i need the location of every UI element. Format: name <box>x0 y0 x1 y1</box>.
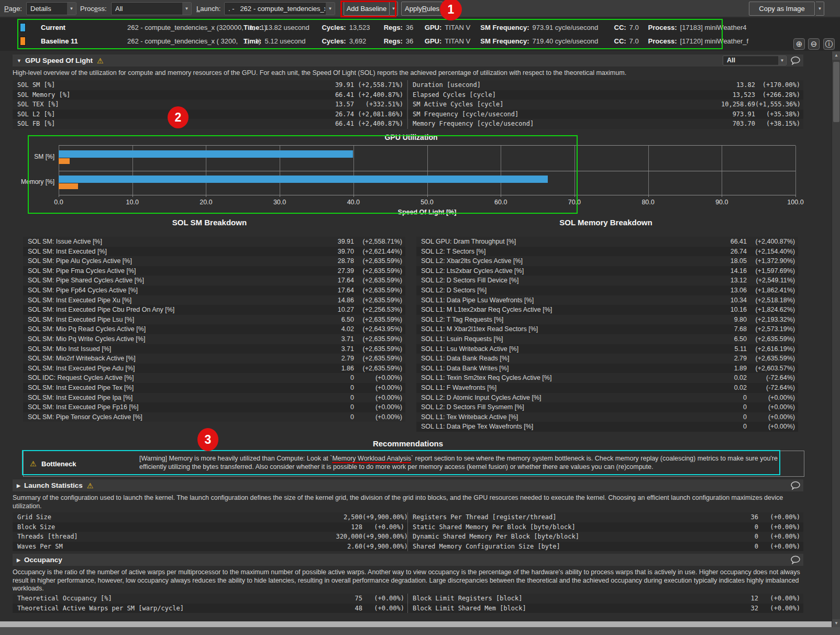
metric-delta: (+2,400.87%) <box>354 90 406 100</box>
metric-delta: (+1,372.90%) <box>747 256 798 266</box>
zoom-out-icon[interactable]: ⊖ <box>808 38 820 50</box>
baseline-name: Baseline 11 <box>41 37 127 45</box>
add-baseline-dropdown[interactable]: ▼ <box>390 2 398 16</box>
table-row: SOL L2: D Sectors Fill Sysmem [%]0(+0.00… <box>416 402 798 412</box>
metric-value: 0 <box>323 393 354 403</box>
chart-tick-label: 100.0 <box>787 199 803 206</box>
metric-name: SOL L1: Data Bank Writes [%] <box>416 364 715 374</box>
metric-value: 1.86 <box>323 364 354 374</box>
comment-bubble-icon[interactable] <box>790 555 801 564</box>
chevron-down-icon: ▼ <box>67 3 76 15</box>
chevron-down-icon: ▼ <box>778 56 786 65</box>
info-icon[interactable]: ⓘ <box>823 38 835 50</box>
metric-value: 7.68 <box>715 324 747 334</box>
baseline-field-value: TITAN V <box>445 37 475 45</box>
table-row: Memory Frequency [cycle/usecond]703.70(+… <box>408 119 803 129</box>
sol-filter-select[interactable]: All▼ <box>723 56 787 65</box>
table-row: Registers Per Thread [register/thread]36… <box>408 512 803 522</box>
table-row: SM Active Cycles [cycle]10,258.69(+1,555… <box>408 100 803 110</box>
section-header-gpu-speed-of-light[interactable]: ▼ GPU Speed Of Light ⚠ All▼ <box>13 54 803 67</box>
chevron-down-icon: ▼ <box>818 6 822 11</box>
metric-delta: (+2,635.59%) <box>354 344 405 354</box>
chart-gridline <box>795 146 796 195</box>
table-row: SOL SM: Inst Executed Pipe Xu [%]14.86(+… <box>23 295 405 305</box>
chart-tick-mark <box>648 195 649 197</box>
launch-label: Launch: <box>196 5 220 13</box>
metric-name: Waves Per SM <box>13 542 310 552</box>
baseline-field-value: [17183] miniWeather4 <box>680 24 747 31</box>
chevron-collapsed-icon: ▶ <box>17 483 20 488</box>
baseline-field: Cycles:3,692 <box>322 37 378 45</box>
metric-name: Theoretical Active Warps per SM [warp/cy… <box>13 604 310 614</box>
annotation-badge-3: 3 <box>197 428 218 451</box>
baseline-field: CC:7.0 <box>614 24 643 31</box>
copy-as-image-dropdown[interactable]: ▼ <box>816 2 824 16</box>
baseline-field-label: Regs: <box>384 24 403 31</box>
metric-value: 66.41 <box>715 237 747 247</box>
table-row: Theoretical Occupancy [%]75(+0.00%) <box>13 594 407 604</box>
vertical-scrollbar[interactable]: ▲ ▼ <box>832 51 840 628</box>
launch-select[interactable]: . - 262 - compute_tendencies_x▼ <box>224 2 335 15</box>
metric-name: Dynamic Shared Memory Per Block [byte/bl… <box>408 532 716 542</box>
metric-delta: (+2,635.59%) <box>354 315 405 325</box>
baseline-field-label: Process: <box>648 37 677 45</box>
metric-delta: (+0.00%) <box>747 412 798 422</box>
scroll-up-icon[interactable]: ▲ <box>832 51 840 60</box>
metric-name: SOL SM: Inst Executed Pipe Adu [%] <box>23 364 323 374</box>
chart-tick-label: 80.0 <box>642 199 654 206</box>
metric-value: 18.05 <box>715 256 747 266</box>
table-row: SOL L1: Tex Writeback Active [%]0(+0.00%… <box>416 412 798 422</box>
comment-bubble-icon[interactable] <box>790 56 801 65</box>
metric-value: 2.60 <box>310 542 362 552</box>
launch-table-left: Grid Size2,500(+9,900.00%)Block Size128(… <box>13 512 407 551</box>
table-row: SOL L2: Lts2xbar Cycles Active [%]14.16(… <box>416 266 798 276</box>
zoom-in-icon[interactable]: ⊕ <box>793 38 805 50</box>
sol-table-left: SOL SM [%]39.91(+2,558.71%)SOL Memory [%… <box>13 80 406 129</box>
sol-sm-breakdown-title: SOL SM Breakdown <box>13 218 406 227</box>
section-header-occupancy[interactable]: ▶ Occupancy <box>13 554 803 566</box>
table-row: Threads [thread]320,000(+9,900.00%) <box>13 532 407 542</box>
chart-tick-label: 60.0 <box>494 199 507 206</box>
bar-baseline-0 <box>59 158 70 164</box>
metric-delta: (+0.00%) <box>354 393 405 403</box>
metric-delta: (+0.00%) <box>354 373 405 383</box>
baseline-field-label: Cycles: <box>322 37 346 45</box>
add-baseline-button[interactable]: Add Baseline <box>344 2 390 16</box>
scroll-down-icon[interactable]: ▼ <box>832 619 840 628</box>
scrollbar-thumb[interactable] <box>833 62 839 122</box>
baseline-field-value: 5.12 usecond <box>264 37 316 45</box>
baseline-field: Regs:36 <box>384 37 419 45</box>
metric-name: SOL L1: Lsuin Requests [%] <box>416 334 715 344</box>
bottleneck-recommendation: ⚠ Bottleneck [Warning] Memory is more he… <box>23 451 804 477</box>
table-row: Block Size128(+0.00%) <box>13 522 407 532</box>
metric-name: SOL SM: Pipe Tensor Cycles Active [%] <box>23 412 323 422</box>
apply-rules-button[interactable]: Apply Rules <box>401 2 443 16</box>
metric-delta: (+2,635.59%) <box>747 354 798 364</box>
metric-value: 13.06 <box>715 286 747 295</box>
metric-name: Block Limit Registers [block] <box>408 594 716 604</box>
metric-delta: (+0.00%) <box>362 594 407 604</box>
table-row: SOL SM: Mio2rf Writeback Active [%]2.79(… <box>23 354 405 364</box>
table-row: SOL L2 [%]26.74(+2,081.86%) <box>13 110 406 119</box>
metric-value: 4.02 <box>323 324 354 334</box>
baseline-field-value: 36 <box>406 24 419 31</box>
metric-name: SOL IDC: Request Cycles Active [%] <box>23 373 323 383</box>
metric-value: 320,000 <box>310 532 362 542</box>
chart-tick-label: 70.0 <box>568 199 581 206</box>
metric-value: 27.39 <box>323 266 354 276</box>
section-header-launch-statistics[interactable]: ▶ Launch Statistics ⚠ <box>13 479 803 491</box>
copy-as-image-button[interactable]: Copy as Image <box>749 2 815 16</box>
metric-name: SOL SM: Pipe Fma Cycles Active [%] <box>23 266 323 276</box>
metric-delta: (+0.00%) <box>758 604 803 614</box>
baseline-field: Cycles:13,523 <box>322 24 378 31</box>
table-row: SOL SM: Inst Executed Pipe Lsu [%]6.50(+… <box>23 315 405 325</box>
comment-bubble-icon[interactable] <box>790 481 801 490</box>
page-select[interactable]: Details▼ <box>26 2 76 15</box>
metric-name: SOL SM: Pipe Alu Cycles Active [%] <box>23 256 323 266</box>
metric-value: 13.82 <box>700 80 755 90</box>
chart-tick-mark <box>722 195 722 197</box>
chart-tick-label: 10.0 <box>126 199 139 206</box>
process-select[interactable]: All▼ <box>111 2 192 15</box>
metric-delta: (+9,900.00%) <box>362 512 407 522</box>
metric-value: 1.89 <box>715 364 747 374</box>
